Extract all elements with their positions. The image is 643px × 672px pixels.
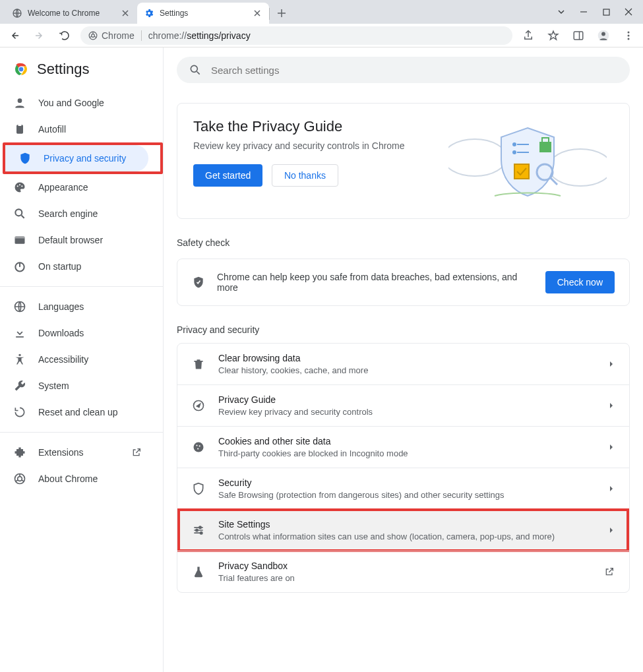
sidebar-item-label: About Chrome xyxy=(38,473,98,484)
svg-point-24 xyxy=(18,354,20,356)
svg-point-37 xyxy=(194,443,204,452)
palette-icon xyxy=(13,181,26,194)
content: Settings You and Google Autofill Privacy… xyxy=(0,47,643,672)
highlight-privacy-security: Privacy and security xyxy=(3,142,163,174)
svg-point-29 xyxy=(549,149,607,186)
tab-welcome[interactable]: Welcome to Chrome xyxy=(5,3,137,24)
restore-icon xyxy=(13,406,26,419)
check-now-button[interactable]: Check now xyxy=(545,271,615,293)
row-clear-browsing-data[interactable]: Clear browsing dataClear history, cookie… xyxy=(177,344,629,384)
forward-button[interactable] xyxy=(30,26,49,45)
external-link-icon xyxy=(604,566,615,577)
profile-icon[interactable] xyxy=(594,26,613,45)
search-settings[interactable] xyxy=(177,57,630,83)
row-privacy-sandbox[interactable]: Privacy SandboxTrial features are on xyxy=(177,551,629,592)
download-icon xyxy=(13,326,26,340)
row-site-settings[interactable]: Site SettingsControls what information s… xyxy=(177,509,629,551)
tune-icon xyxy=(192,524,205,537)
sidebar-title: Settings xyxy=(37,61,90,78)
chrome-label: Chrome xyxy=(102,30,135,41)
sidebar-item-appearance[interactable]: Appearance xyxy=(0,174,155,200)
share-icon[interactable] xyxy=(519,26,537,45)
back-button[interactable] xyxy=(5,26,24,45)
sidebar-item-default-browser[interactable]: Default browser xyxy=(0,227,155,253)
safety-check-text: Chrome can help keep you safe from data … xyxy=(217,272,534,293)
sidebar-item-privacy-security[interactable]: Privacy and security xyxy=(5,145,148,171)
flask-icon xyxy=(192,565,205,578)
svg-rect-14 xyxy=(16,125,23,133)
sidebar-item-you-and-google[interactable]: You and Google xyxy=(0,90,155,116)
sidebar-separator xyxy=(0,286,163,287)
row-cookies[interactable]: Cookies and other site dataThird-party c… xyxy=(177,426,629,468)
sidebar-item-label: Downloads xyxy=(38,328,84,338)
chrome-logo-icon xyxy=(13,61,29,77)
sidebar-item-about[interactable]: About Chrome xyxy=(0,466,155,492)
sidebar-item-label: Accessibility xyxy=(38,354,88,365)
external-link-icon xyxy=(131,447,142,458)
titlebar: Welcome to Chrome Settings xyxy=(0,0,643,24)
svg-point-8 xyxy=(628,34,630,36)
sidebar-item-extensions[interactable]: Extensions xyxy=(0,439,155,466)
bookmark-icon[interactable] xyxy=(544,26,563,45)
chrome-icon xyxy=(13,472,26,485)
search-icon xyxy=(189,63,202,76)
sidebar-item-autofill[interactable]: Autofill xyxy=(0,116,155,142)
menu-icon[interactable] xyxy=(619,26,638,45)
new-tab-button[interactable] xyxy=(272,4,291,22)
chevron-down-icon[interactable] xyxy=(556,8,566,16)
svg-point-17 xyxy=(19,184,20,185)
minimize-icon[interactable] xyxy=(578,8,589,16)
url-text: chrome://settings/privacy xyxy=(148,30,251,41)
svg-point-19 xyxy=(15,209,22,216)
shield-check-icon xyxy=(192,276,205,289)
svg-point-41 xyxy=(199,526,201,528)
svg-point-34 xyxy=(512,142,516,146)
sidebar-item-languages[interactable]: Languages xyxy=(0,293,155,320)
privacy-list: Clear browsing dataClear history, cookie… xyxy=(177,343,630,593)
extensions-icon xyxy=(13,446,26,459)
chevron-right-icon xyxy=(608,361,615,367)
tab-separator xyxy=(269,8,270,20)
sidebar-separator xyxy=(0,432,163,433)
close-icon[interactable] xyxy=(120,8,131,18)
trash-icon xyxy=(192,357,205,371)
svg-point-28 xyxy=(448,139,506,176)
safety-check-card: Chrome can help keep you safe from data … xyxy=(177,259,630,306)
close-icon[interactable] xyxy=(252,8,262,18)
chevron-right-icon xyxy=(608,485,615,492)
toolbar: Chrome chrome://settings/privacy xyxy=(0,24,643,47)
search-input[interactable] xyxy=(211,65,618,76)
reload-button[interactable] xyxy=(55,26,74,45)
get-started-button[interactable]: Get started xyxy=(193,164,262,187)
svg-point-3 xyxy=(92,34,95,37)
no-thanks-button[interactable]: No thanks xyxy=(272,164,338,187)
sidebar-item-label: On startup xyxy=(38,261,81,272)
sidebar-item-search-engine[interactable]: Search engine xyxy=(0,200,155,227)
row-security[interactable]: SecuritySafe Browsing (protection from d… xyxy=(177,468,629,509)
svg-rect-4 xyxy=(574,32,583,40)
privacy-guide-card: Take the Privacy Guide Review key privac… xyxy=(177,103,630,219)
svg-rect-1 xyxy=(603,9,609,15)
sidebar-item-label: You and Google xyxy=(38,98,104,108)
person-icon xyxy=(13,96,26,109)
sidebar-item-on-startup[interactable]: On startup xyxy=(0,253,155,280)
svg-point-38 xyxy=(196,444,197,446)
tab-settings[interactable]: Settings xyxy=(137,3,269,24)
chevron-right-icon xyxy=(608,402,615,409)
main: Take the Privacy Guide Review key privac… xyxy=(164,47,643,672)
close-window-icon[interactable] xyxy=(623,8,634,16)
sidebar-item-reset[interactable]: Reset and clean up xyxy=(0,399,155,425)
address-bar[interactable]: Chrome chrome://settings/privacy xyxy=(80,26,512,45)
sidebar-item-accessibility[interactable]: Accessibility xyxy=(0,346,155,373)
power-icon xyxy=(13,260,26,273)
sidebar-item-system[interactable]: System xyxy=(0,373,155,399)
sidebar-item-label: Default browser xyxy=(38,235,103,245)
row-privacy-guide[interactable]: Privacy GuideReview key privacy and secu… xyxy=(177,384,629,426)
svg-point-9 xyxy=(628,38,630,40)
privacy-guide-illustration xyxy=(442,118,613,204)
sidebar-item-downloads[interactable]: Downloads xyxy=(0,320,155,346)
svg-point-43 xyxy=(200,532,202,534)
maximize-icon[interactable] xyxy=(601,8,611,16)
sidepanel-icon[interactable] xyxy=(569,26,588,45)
cookie-icon xyxy=(192,441,205,454)
